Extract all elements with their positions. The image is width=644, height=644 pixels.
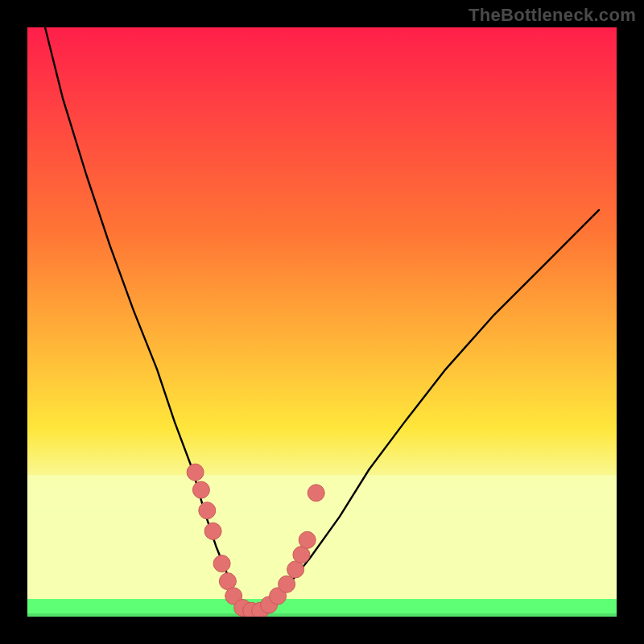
gradient-background: [27, 27, 617, 617]
bottleneck-chart: [27, 27, 617, 617]
data-marker: [279, 576, 295, 592]
data-marker: [187, 464, 204, 481]
data-marker: [199, 502, 216, 519]
watermark-text: TheBottleneck.com: [469, 5, 636, 26]
data-marker: [204, 522, 221, 539]
data-marker: [299, 531, 316, 548]
data-marker: [192, 481, 209, 498]
data-marker: [213, 555, 230, 572]
green-band-edge: [27, 613, 617, 617]
outer-frame: TheBottleneck.com: [0, 0, 644, 644]
data-marker: [308, 485, 324, 502]
plot-area: [27, 27, 617, 617]
